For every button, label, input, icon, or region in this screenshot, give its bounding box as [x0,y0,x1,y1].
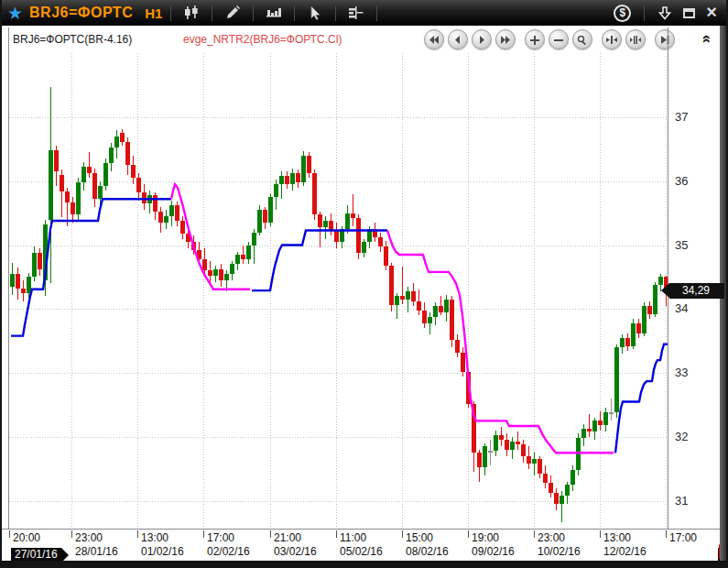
time-axis-tick [402,530,403,538]
zoom-out-button[interactable] [549,29,569,49]
scroll-fast-right-button[interactable] [495,29,516,49]
price-axis-label: 34 [675,301,688,315]
zoom-select-button[interactable] [572,29,592,49]
chart-nav-toolbar [424,29,679,49]
date-label: 09/02/16 [472,545,515,558]
indicator-levels-button[interactable] [344,3,368,23]
levels-icon [348,6,364,19]
prev-icon [452,35,463,45]
series-label: BRJ6=ФОРТС(BR-4.16) [13,33,132,46]
chart-type-button[interactable] [179,3,203,23]
separator [253,5,254,21]
time-label: 21:00 [274,531,301,544]
time-axis-tick [71,530,72,538]
time-axis-tick [9,530,10,538]
separator [170,5,171,21]
time-label: 23:00 [538,531,565,544]
separator [212,5,212,21]
separator [376,5,377,21]
separator [335,5,336,21]
date-label: 01/02/16 [141,545,184,558]
ffwd-icon [500,35,511,45]
time-axis-tick [666,530,667,538]
draw-button[interactable] [221,3,244,23]
indicator-label: evge_NRTR2(BRJ6=ФОРТС.Cl) [183,33,342,46]
price-axis: 37363534333231 [668,0,720,530]
time-label: 13:00 [141,531,168,544]
time-axis-tick [137,530,138,538]
plot-left-border [8,27,9,530]
time-axis-tick [600,530,601,538]
scroll-fast-left-button[interactable] [424,29,444,49]
time-axis-tick [270,530,271,538]
candlestick-icon [183,5,200,20]
time-axis-tick [534,530,535,538]
rewind-icon [429,35,440,45]
compressh-icon [606,35,617,45]
zoomin-icon [529,35,540,45]
price-axis-label: 35 [675,238,688,252]
date-label: 12/02/16 [603,545,647,558]
compress-horizontal-button[interactable] [602,29,622,49]
price-axis-label: 33 [675,366,688,379]
time-label: 15:00 [406,531,433,544]
time-label: 17:00 [207,531,234,544]
window-border [0,0,2,568]
scroll-left-button[interactable] [448,29,468,49]
date-label: 08/02/16 [406,545,449,558]
equivolume-chart-icon [266,5,282,20]
titlebar-timeframe: H1 [145,5,162,21]
cursor-mode-button[interactable] [303,3,327,23]
cursor-arrow-icon [309,5,321,20]
pencil-icon [225,5,240,20]
currency-icon[interactable]: $ [614,5,631,22]
compress-vertical-button[interactable] [625,29,646,49]
time-label: 23:00 [75,531,103,544]
time-label: 20:00 [13,531,40,544]
date-label: 10/02/16 [538,545,581,558]
chart-window: ★ BRJ6=ФОРТС H1 [0,0,728,568]
price-axis-label: 32 [675,430,688,443]
favorite-star-icon[interactable]: ★ [7,5,23,22]
time-axis-tick [203,530,204,538]
magnifier-icon [577,35,588,45]
window-border [0,561,728,568]
time-axis-tick [468,530,469,538]
chart-canvas [9,53,668,529]
zoomout-icon [553,35,564,45]
equivolume-button[interactable] [262,3,286,23]
time-label: 13:00 [603,531,631,544]
current-bar-date-tag: 27/01/16 [11,548,61,562]
separator [644,5,645,21]
date-label: 03/02/16 [274,545,317,558]
price-axis-label: 31 [675,494,688,508]
compressv-icon [630,35,641,45]
last-price-tag: 34,29 [669,283,724,299]
separator [294,5,295,21]
titlebar: ★ BRJ6=ФОРТС H1 [0,0,728,26]
date-label: 05/02/16 [340,545,383,558]
date-label: 02/02/16 [207,545,250,558]
time-label: 17:00 [669,531,697,544]
time-label: 11:00 [340,531,366,544]
scroll-right-button[interactable] [472,29,492,49]
time-axis-tick [336,530,337,538]
price-axis-label: 36 [675,174,688,188]
price-axis-label: 37 [675,110,688,124]
date-label: 28/01/16 [75,545,118,558]
next-icon [476,35,487,45]
time-axis: 20:0027/01/1623:0028/01/1613:0001/02/161… [2,529,720,559]
time-label: 19:00 [472,531,499,544]
titlebar-symbol: BRJ6=ФОРТС [29,5,133,21]
zoom-in-button[interactable] [525,29,545,49]
